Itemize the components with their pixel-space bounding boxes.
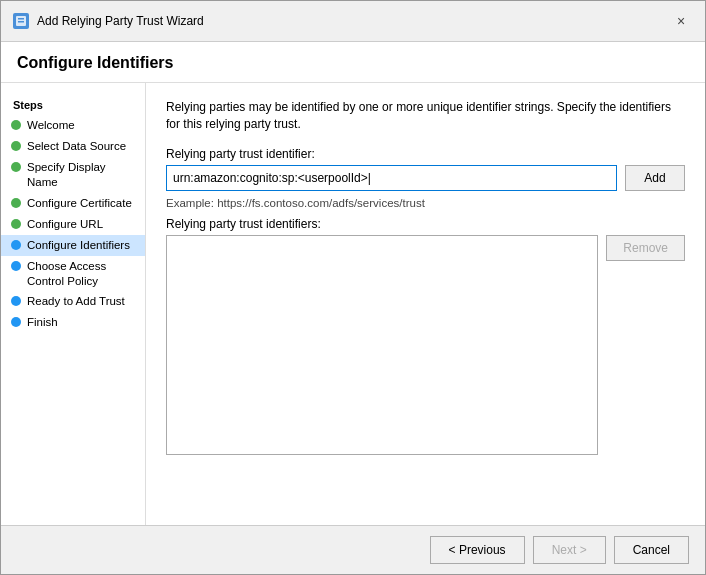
identifiers-area-row: Remove: [166, 235, 685, 455]
dialog-title: Add Relying Party Trust Wizard: [37, 14, 204, 28]
footer: < Previous Next > Cancel: [1, 525, 705, 574]
next-button[interactable]: Next >: [533, 536, 606, 564]
step-dot-welcome: [11, 120, 21, 130]
step-dot-configure-certificate: [11, 198, 21, 208]
cancel-button[interactable]: Cancel: [614, 536, 689, 564]
page-title: Configure Identifiers: [17, 54, 689, 72]
sidebar-label-configure-certificate: Configure Certificate: [27, 196, 132, 211]
sidebar-item-select-data-source: Select Data Source: [1, 136, 145, 157]
identifiers-listbox[interactable]: [166, 235, 598, 455]
identifier-input[interactable]: [166, 165, 617, 191]
content-area: Steps Welcome Select Data Source Specify…: [1, 83, 705, 525]
sidebar-label-configure-identifiers: Configure Identifiers: [27, 238, 130, 253]
example-text: Example: https://fs.contoso.com/adfs/ser…: [166, 197, 685, 209]
add-button[interactable]: Add: [625, 165, 685, 191]
sidebar-label-select-data-source: Select Data Source: [27, 139, 126, 154]
step-dot-choose-access-control: [11, 261, 21, 271]
dialog: Add Relying Party Trust Wizard × Configu…: [0, 0, 706, 575]
title-bar: Add Relying Party Trust Wizard ×: [1, 1, 705, 42]
step-dot-configure-url: [11, 219, 21, 229]
step-dot-finish: [11, 317, 21, 327]
sidebar-section-label: Steps: [1, 93, 145, 115]
sidebar-item-configure-certificate: Configure Certificate: [1, 193, 145, 214]
step-dot-ready-to-add: [11, 296, 21, 306]
sidebar-item-configure-identifiers: Configure Identifiers: [1, 235, 145, 256]
previous-button[interactable]: < Previous: [430, 536, 525, 564]
sidebar-item-specify-display-name: Specify Display Name: [1, 157, 145, 193]
sidebar-item-welcome: Welcome: [1, 115, 145, 136]
main-panel: Relying parties may be identified by one…: [146, 83, 705, 525]
step-dot-specify-display-name: [11, 162, 21, 172]
sidebar-item-configure-url: Configure URL: [1, 214, 145, 235]
sidebar-item-choose-access-control: Choose Access Control Policy: [1, 256, 145, 292]
close-button[interactable]: ×: [669, 9, 693, 33]
sidebar-item-ready-to-add: Ready to Add Trust: [1, 291, 145, 312]
svg-rect-1: [18, 18, 24, 20]
step-dot-select-data-source: [11, 141, 21, 151]
sidebar-label-choose-access-control: Choose Access Control Policy: [27, 259, 137, 289]
remove-button[interactable]: Remove: [606, 235, 685, 261]
sidebar-label-specify-display-name: Specify Display Name: [27, 160, 137, 190]
sidebar: Steps Welcome Select Data Source Specify…: [1, 83, 146, 525]
identifiers-list-label: Relying party trust identifiers:: [166, 217, 685, 231]
step-dot-configure-identifiers: [11, 240, 21, 250]
dialog-icon: [13, 13, 29, 29]
description-text: Relying parties may be identified by one…: [166, 99, 685, 133]
identifier-field-label: Relying party trust identifier:: [166, 147, 685, 161]
sidebar-label-ready-to-add: Ready to Add Trust: [27, 294, 125, 309]
sidebar-label-welcome: Welcome: [27, 118, 75, 133]
sidebar-item-finish: Finish: [1, 312, 145, 333]
sidebar-label-configure-url: Configure URL: [27, 217, 103, 232]
page-title-area: Configure Identifiers: [1, 42, 705, 83]
sidebar-label-finish: Finish: [27, 315, 58, 330]
svg-rect-2: [18, 21, 24, 23]
identifier-input-row: Add: [166, 165, 685, 191]
